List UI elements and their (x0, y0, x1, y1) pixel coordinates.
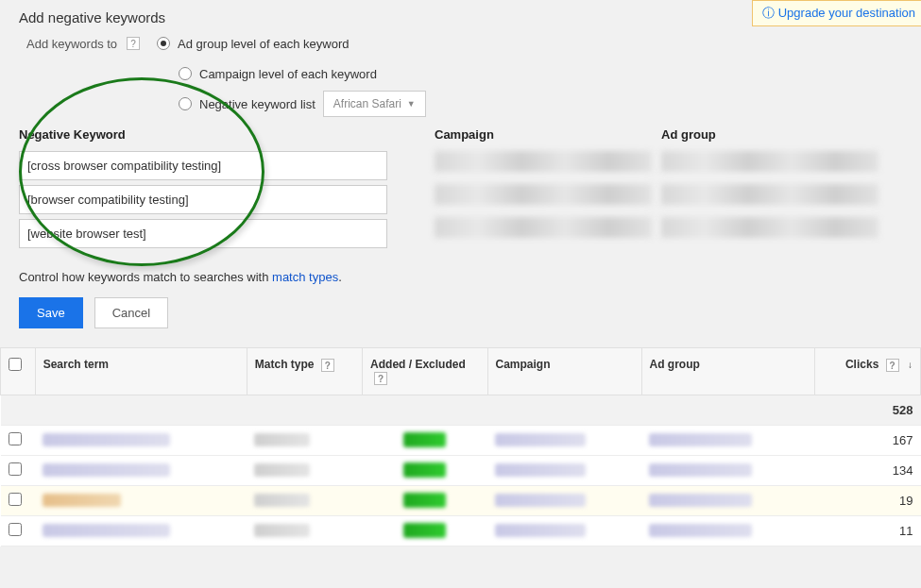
row-checkbox[interactable] (9, 432, 22, 445)
redacted (43, 494, 121, 507)
redacted (254, 494, 309, 507)
status-added (403, 523, 446, 538)
help-icon[interactable]: ? (374, 372, 387, 385)
status-added (403, 493, 446, 508)
redacted (495, 494, 586, 507)
table-row: 167 (1, 425, 921, 455)
redacted (649, 524, 752, 537)
th-match-type[interactable]: Match type ? (247, 348, 362, 395)
redacted (495, 463, 586, 477)
redacted (43, 524, 170, 537)
th-search-term[interactable]: Search term (35, 348, 247, 395)
sort-desc-icon: ↓ (908, 360, 912, 370)
redacted (43, 463, 170, 477)
redacted (649, 463, 752, 477)
redacted (649, 433, 752, 446)
redacted (254, 433, 309, 446)
radio-row-adgroup: Add keywords to ? Ad group level of each… (19, 33, 921, 54)
radio-adgroup-label: Ad group level of each keyword (178, 37, 349, 51)
redacted (254, 524, 309, 537)
table-row: 134 (1, 455, 921, 485)
adgroup-redacted (661, 151, 878, 172)
negkw-input-0[interactable] (19, 151, 387, 180)
radio-campaign-label: Campaign level of each keyword (199, 67, 377, 81)
col-header-adgroup: Ad group (661, 127, 878, 142)
campaign-redacted (435, 151, 652, 172)
row-checkbox[interactable] (9, 523, 22, 536)
search-terms-table: Search term Match type ? Added / Exclude… (0, 347, 921, 546)
th-ad-group[interactable]: Ad group (641, 348, 814, 395)
th-added-excluded[interactable]: Added / Excluded? (363, 348, 487, 395)
redacted (495, 433, 586, 446)
select-all-checkbox[interactable] (9, 358, 22, 371)
table-row: 19 (1, 485, 921, 515)
save-button[interactable]: Save (19, 297, 83, 328)
upgrade-text: Upgrade your destination (778, 6, 915, 20)
redacted (254, 463, 309, 477)
summary-row: 528 (1, 395, 921, 425)
radio-neglist-label: Negative keyword list (199, 97, 316, 111)
status-added (403, 462, 446, 478)
help-icon[interactable]: ? (127, 37, 140, 50)
control-text-pre: Control how keywords match to searches w… (19, 270, 272, 284)
neglist-selected: African Safari (333, 97, 401, 110)
status-added (403, 432, 446, 447)
redacted (495, 524, 586, 537)
match-types-link[interactable]: match types (272, 270, 338, 284)
control-text: Control how keywords match to searches w… (19, 270, 921, 284)
redacted (43, 433, 170, 446)
row-checkbox[interactable] (9, 462, 22, 476)
help-icon[interactable]: ? (886, 359, 899, 372)
lead-label: Add keywords to (26, 37, 117, 51)
radio-row-neglist: Negative keyword list African Safari ▼ (165, 93, 921, 114)
redacted (649, 494, 752, 507)
row-checkbox[interactable] (9, 493, 22, 506)
radio-row-campaign: Campaign level of each keyword (165, 63, 921, 84)
campaign-redacted (435, 217, 652, 238)
chevron-down-icon: ▼ (407, 99, 416, 109)
row-clicks: 19 (814, 485, 920, 515)
radio-campaign[interactable] (179, 67, 192, 80)
negkw-input-2[interactable] (19, 219, 387, 248)
adgroup-redacted (661, 217, 878, 238)
row-clicks: 11 (814, 515, 920, 546)
upgrade-banner[interactable]: ⓘ Upgrade your destination (752, 0, 921, 26)
cancel-button[interactable]: Cancel (94, 297, 168, 328)
table-row: 11 (1, 515, 921, 546)
row-clicks: 167 (814, 425, 920, 455)
col-header-campaign: Campaign (435, 127, 652, 142)
adgroup-redacted (661, 184, 878, 205)
th-clicks[interactable]: Clicks ? ↓ (814, 348, 920, 395)
th-checkbox (1, 348, 36, 395)
campaign-redacted (435, 184, 652, 205)
col-header-negkw: Negative Keyword (19, 127, 416, 142)
radio-adgroup[interactable] (157, 37, 170, 50)
row-clicks: 134 (814, 455, 920, 485)
th-campaign[interactable]: Campaign (487, 348, 641, 395)
neglist-dropdown[interactable]: African Safari ▼ (323, 91, 426, 117)
info-icon: ⓘ (762, 6, 775, 20)
negkw-input-1[interactable] (19, 185, 387, 214)
help-icon[interactable]: ? (321, 359, 334, 372)
summary-clicks: 528 (814, 395, 920, 425)
radio-neglist[interactable] (179, 97, 192, 110)
